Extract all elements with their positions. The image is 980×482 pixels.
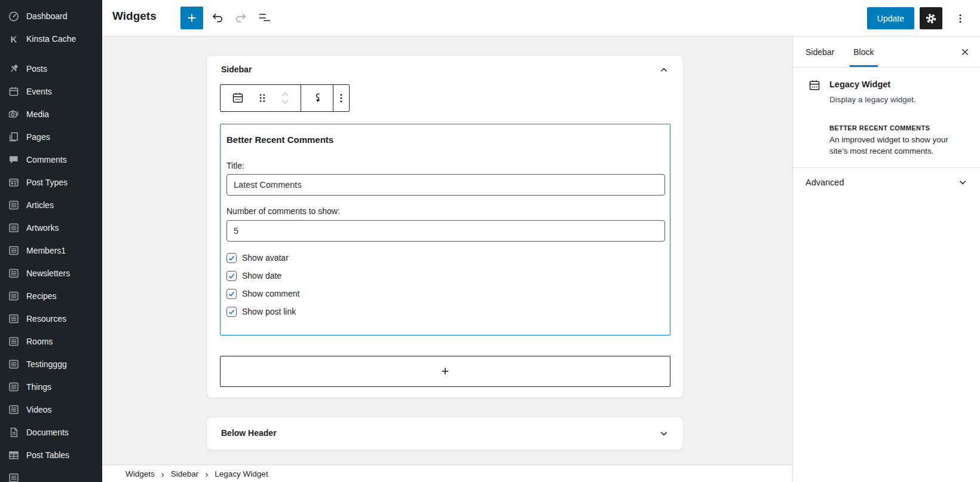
sidebar-item-label: Artworks xyxy=(26,223,59,233)
legacy-widget-block[interactable]: Better Recent Comments Title: Number of … xyxy=(220,124,670,335)
sidebar-item-label: Articles xyxy=(26,200,54,210)
title-field-label: Title: xyxy=(226,161,244,170)
block-mover[interactable] xyxy=(280,90,290,106)
sidebar-item-label: Post Types xyxy=(26,178,68,187)
plus-icon: + xyxy=(442,364,449,379)
widget-name: BETTER RECENT COMMENTS xyxy=(829,124,930,132)
sidebar-item-testingggg[interactable]: Testingggg xyxy=(0,353,102,376)
advanced-label: Advanced xyxy=(806,178,844,187)
sidebar-item-events[interactable]: Events xyxy=(0,80,102,103)
sidebar-item-newsletters[interactable]: Newsletters xyxy=(0,262,102,285)
block-inserter-button[interactable] xyxy=(180,7,203,29)
sidebar-item-label: Kinsta Cache xyxy=(26,34,76,44)
undo-button[interactable] xyxy=(206,7,229,29)
breadcrumb-sidebar[interactable]: Sidebar xyxy=(171,469,199,478)
close-settings-button[interactable] xyxy=(957,44,973,60)
sidebar-item-post-tables[interactable]: Post Tables xyxy=(0,444,102,466)
widget-heading: Better Recent Comments xyxy=(226,135,333,145)
sidebar-item-label: Media xyxy=(26,109,49,119)
settings-button[interactable] xyxy=(920,7,942,29)
sidebar-item-comments[interactable]: Comments xyxy=(0,148,102,171)
chevron-down-icon xyxy=(956,176,969,189)
sidebar-item-rooms[interactable]: Rooms xyxy=(0,330,102,353)
checkmark-icon xyxy=(228,272,235,280)
checkbox-label: Show post link xyxy=(242,307,296,316)
widget-area-below-header[interactable]: Below Header xyxy=(207,417,683,450)
collapse-area-button[interactable] xyxy=(654,60,673,80)
sidebar-item-label: Post Tables xyxy=(26,450,69,460)
list-icon xyxy=(8,381,20,393)
admin-sidebar: Dashboard K Kinsta Cache Posts Events Me… xyxy=(0,0,102,482)
sidebar-item-post-types[interactable]: Post Types xyxy=(0,171,102,194)
close-icon xyxy=(959,46,971,58)
sidebar-item-artworks[interactable]: Artworks xyxy=(0,216,102,239)
redo-icon xyxy=(234,11,248,25)
sidebar-item-label: Recipes xyxy=(26,291,57,301)
calendar-icon xyxy=(8,86,20,97)
block-type-button[interactable] xyxy=(231,91,245,105)
menu-separator xyxy=(0,50,102,57)
advanced-panel-toggle[interactable]: Advanced xyxy=(793,167,980,197)
pages-icon xyxy=(8,131,20,143)
count-input[interactable] xyxy=(226,220,665,242)
title-input[interactable] xyxy=(226,174,665,196)
sidebar-item-pages[interactable]: Pages xyxy=(0,126,102,148)
add-block-appender[interactable]: + xyxy=(220,356,670,387)
sidebar-item-resources[interactable]: Resources xyxy=(0,307,102,330)
breadcrumb-legacy-widget[interactable]: Legacy Widget xyxy=(215,469,268,478)
sidebar-item-dashboard[interactable]: Dashboard xyxy=(0,5,102,28)
sidebar-item-label: Documents xyxy=(26,428,69,437)
document-icon xyxy=(8,426,20,438)
checkbox-row: Show comment xyxy=(226,288,299,300)
list-icon xyxy=(8,404,20,416)
toolbar-segment-main xyxy=(220,85,301,111)
expand-area-button[interactable] xyxy=(654,424,673,443)
sidebar-item-media[interactable]: Media xyxy=(0,103,102,126)
list-view-button[interactable] xyxy=(253,7,276,29)
checkbox-label: Show avatar xyxy=(242,253,289,263)
widgets-editor-screen: Dashboard K Kinsta Cache Posts Events Me… xyxy=(0,0,980,482)
widget-area-sidebar: Sidebar xyxy=(207,56,683,398)
checkbox-label: Show date xyxy=(242,271,281,280)
show-comment-checkbox[interactable] xyxy=(226,289,237,299)
move-to-widget-area-button[interactable] xyxy=(310,91,324,105)
drag-handle-icon xyxy=(255,91,270,105)
kebab-icon xyxy=(334,91,348,105)
block-options-button[interactable] xyxy=(334,91,348,105)
list-icon xyxy=(8,199,20,211)
show-avatar-checkbox[interactable] xyxy=(226,253,237,263)
block-card-description: Display a legacy widget. xyxy=(829,95,916,104)
sidebar-item-things[interactable]: Things xyxy=(0,376,102,398)
list-icon xyxy=(8,290,20,302)
show-date-checkbox[interactable] xyxy=(226,271,237,281)
list-icon xyxy=(8,222,20,234)
list-icon xyxy=(8,358,20,370)
sidebar-item-partial[interactable] xyxy=(0,466,102,482)
sidebar-item-documents[interactable]: Documents xyxy=(0,421,102,444)
checkmark-icon xyxy=(228,290,235,298)
widget-area-title: Below Header xyxy=(221,428,277,438)
sidebar-item-kinsta-cache[interactable]: K Kinsta Cache xyxy=(0,28,102,50)
tab-block[interactable]: Block xyxy=(844,36,883,67)
sidebar-item-articles[interactable]: Articles xyxy=(0,194,102,216)
sidebar-item-label: Resources xyxy=(26,314,66,324)
breadcrumb-separator: › xyxy=(161,469,164,479)
update-button[interactable]: Update xyxy=(867,7,914,29)
sidebar-item-posts[interactable]: Posts xyxy=(0,57,102,80)
sidebar-item-label: Videos xyxy=(26,405,52,414)
undo-icon xyxy=(210,11,225,25)
sidebar-item-members1[interactable]: Members1 xyxy=(0,239,102,262)
options-menu-button[interactable] xyxy=(949,7,972,29)
breadcrumb-widgets[interactable]: Widgets xyxy=(125,469,155,478)
drag-handle[interactable] xyxy=(255,91,270,105)
redo-button[interactable] xyxy=(229,7,252,29)
list-icon xyxy=(8,472,20,482)
sidebar-item-recipes[interactable]: Recipes xyxy=(0,285,102,307)
tab-sidebar[interactable]: Sidebar xyxy=(796,36,844,67)
legacy-widget-icon xyxy=(807,78,822,93)
checkbox-row: Show avatar xyxy=(226,252,289,264)
show-post-link-checkbox[interactable] xyxy=(226,307,237,317)
sidebar-item-videos[interactable]: Videos xyxy=(0,398,102,421)
widget-description: An improved widget to show your site’s m… xyxy=(829,134,968,157)
index-card-icon xyxy=(8,176,20,188)
